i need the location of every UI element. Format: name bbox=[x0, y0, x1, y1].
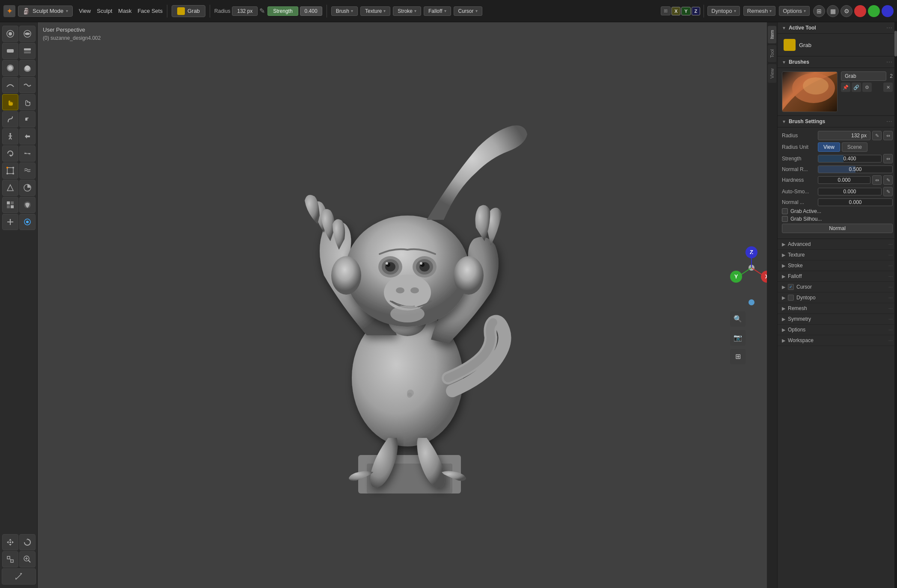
symmetry-section[interactable]: ▶ Symmetry ··· bbox=[778, 314, 897, 325]
radius-pen-btn[interactable]: ✎ bbox=[872, 131, 882, 140]
tool-thumb[interactable] bbox=[19, 111, 36, 127]
options-btn[interactable]: Options ▾ bbox=[779, 6, 810, 16]
brush-thumbnail[interactable] bbox=[782, 71, 838, 112]
advanced-section[interactable]: ▶ Advanced ··· bbox=[778, 239, 897, 250]
right-panel-scrollbar[interactable] bbox=[894, 22, 897, 588]
brush-dropdown[interactable]: Brush ▾ bbox=[331, 6, 358, 16]
options-section[interactable]: ▶ Options ··· bbox=[778, 325, 897, 335]
strength-value[interactable]: 0.400 bbox=[300, 6, 322, 16]
tool-pose[interactable] bbox=[2, 128, 18, 145]
menu-mask[interactable]: Mask bbox=[118, 8, 131, 14]
workspace-section[interactable]: ▶ Workspace ··· bbox=[778, 335, 897, 346]
grab-active-checkbox[interactable] bbox=[782, 208, 788, 214]
menu-sculpt[interactable]: Sculpt bbox=[97, 8, 112, 14]
remesh-section[interactable]: ▶ Remesh ··· bbox=[778, 303, 897, 314]
texture-section[interactable]: ▶ Texture ··· bbox=[778, 250, 897, 260]
brush-link-icon[interactable]: 🔗 bbox=[852, 83, 861, 92]
texture-dropdown[interactable]: Texture ▾ bbox=[360, 6, 390, 16]
x-constraint[interactable]: X bbox=[671, 7, 680, 15]
hardness-link-btn[interactable]: ⇔ bbox=[872, 175, 882, 185]
hardness-bar-container[interactable]: 0.000 bbox=[818, 176, 870, 184]
editor-type-icon[interactable]: ⊞ bbox=[813, 5, 825, 17]
stroke-section[interactable]: ▶ Stroke ··· bbox=[778, 260, 897, 271]
tool-nudge[interactable] bbox=[19, 128, 36, 145]
cursor-checkbox[interactable]: ✓ bbox=[788, 284, 794, 290]
viewport[interactable]: User Perspective (0) suzanne_design4.002 bbox=[38, 22, 777, 588]
tool-elastic-grab[interactable] bbox=[19, 94, 36, 110]
tool-draw[interactable] bbox=[2, 26, 18, 42]
zoom-to-cursor[interactable]: 🔍 bbox=[730, 311, 746, 327]
tool-rotate-view[interactable] bbox=[19, 534, 36, 550]
tool-snake-hook[interactable] bbox=[2, 111, 18, 127]
sculpt-mode-selector[interactable]: 🗿 Sculpt Mode ▾ bbox=[18, 6, 73, 17]
tool-blob[interactable] bbox=[19, 60, 36, 76]
normal-r-bar-container[interactable]: 0.500 bbox=[818, 165, 893, 173]
settings-icon[interactable]: ⚙ bbox=[841, 5, 852, 17]
tool-smooth[interactable] bbox=[19, 77, 36, 93]
grab-silhouette-checkbox[interactable] bbox=[782, 216, 788, 222]
strength-lock-btn[interactable]: ⇔ bbox=[883, 154, 893, 163]
falloff-dropdown[interactable]: Falloff ▾ bbox=[424, 6, 451, 16]
tool-inflate[interactable] bbox=[2, 60, 18, 76]
menu-view[interactable]: View bbox=[79, 8, 91, 14]
tool-clay[interactable] bbox=[2, 43, 18, 59]
tool-zoom[interactable] bbox=[19, 551, 36, 567]
remesh-btn[interactable]: Remesh ▾ bbox=[743, 6, 775, 16]
tool-slide-relax[interactable] bbox=[19, 145, 36, 162]
active-tool-section-header[interactable]: ▼ Active Tool ··· bbox=[778, 22, 897, 34]
cursor-section[interactable]: ▶ ✓ Cursor ··· bbox=[778, 282, 897, 293]
normal-mode-selector[interactable]: Normal bbox=[782, 224, 893, 233]
radius-prop-value[interactable]: 132 px bbox=[818, 131, 870, 140]
scrollbar-thumb[interactable] bbox=[894, 31, 897, 56]
tool-grab[interactable] bbox=[2, 94, 18, 110]
dyntopo-checkbox[interactable] bbox=[788, 295, 794, 301]
auto-smooth-pen-btn[interactable]: ✎ bbox=[883, 187, 893, 196]
auto-smooth-bar-container[interactable]: 0.000 bbox=[818, 188, 882, 195]
tool-transform[interactable] bbox=[2, 214, 18, 230]
tool-draw-sharp[interactable] bbox=[19, 26, 36, 42]
layout-icon[interactable]: ▦ bbox=[827, 5, 839, 17]
strength-bar[interactable]: 0.400 bbox=[818, 155, 882, 163]
tool-face-sets-filter[interactable] bbox=[19, 197, 36, 213]
radius-lock-btn[interactable]: ⇔ bbox=[883, 131, 893, 140]
radius-unit-view-btn[interactable]: View bbox=[818, 142, 840, 152]
orientation-gizmo[interactable]: Z X Y bbox=[730, 246, 773, 289]
hardness-bar[interactable]: 0.000 bbox=[818, 176, 870, 184]
tool-measure[interactable] bbox=[2, 568, 36, 585]
dyntopo-section[interactable]: ▶ Dyntopo ··· bbox=[778, 293, 897, 303]
radius-pen-icon[interactable]: ✎ bbox=[259, 7, 265, 15]
green-circle[interactable] bbox=[868, 5, 880, 17]
tool-mesh-filter[interactable] bbox=[2, 197, 18, 213]
normal-bar-container[interactable]: 0.000 bbox=[818, 198, 893, 206]
blue-circle[interactable] bbox=[882, 5, 894, 17]
tool-cloth[interactable] bbox=[19, 163, 36, 179]
vtab-view[interactable]: View bbox=[768, 64, 776, 83]
camera-view[interactable]: 📷 bbox=[730, 330, 746, 346]
y-axis-gizmo[interactable]: Y bbox=[730, 271, 742, 283]
menu-face-sets[interactable]: Face Sets bbox=[137, 8, 163, 14]
brush-close-icon[interactable]: ✕ bbox=[883, 83, 893, 92]
red-circle[interactable] bbox=[854, 5, 866, 17]
tool-simplify[interactable] bbox=[2, 180, 18, 196]
tool-boundary[interactable] bbox=[2, 163, 18, 179]
tool-clay-strips[interactable] bbox=[19, 43, 36, 59]
falloff-section[interactable]: ▶ Falloff ··· bbox=[778, 271, 897, 282]
auto-smooth-bar[interactable]: 0.000 bbox=[818, 188, 882, 195]
brush-settings-section-header[interactable]: ▼ Brush Settings ··· bbox=[778, 116, 897, 127]
normal-bar[interactable]: 0.000 bbox=[818, 198, 893, 206]
normal-r-bar[interactable]: 0.500 bbox=[818, 165, 893, 173]
vtab-item[interactable]: Item bbox=[768, 26, 776, 43]
tool-move[interactable] bbox=[2, 534, 18, 550]
tool-rotate[interactable] bbox=[2, 145, 18, 162]
brush-settings-icon[interactable]: ⚙ bbox=[862, 83, 872, 92]
radius-input[interactable]: 132 px bbox=[232, 6, 258, 16]
brushes-section-header[interactable]: ▼ Brushes ··· bbox=[778, 56, 897, 68]
cursor-dropdown[interactable]: Cursor ▾ bbox=[454, 6, 482, 16]
strength-bar-container[interactable]: 0.400 bbox=[818, 155, 882, 163]
constraint-toggle[interactable]: ⊞ bbox=[661, 6, 671, 15]
stroke-dropdown[interactable]: Stroke ▾ bbox=[393, 6, 421, 16]
blender-icon[interactable]: ✦ bbox=[3, 5, 15, 17]
tool-mask[interactable] bbox=[19, 180, 36, 196]
strength-btn[interactable]: Strength bbox=[267, 6, 298, 16]
brush-pin-icon[interactable]: 📌 bbox=[841, 83, 850, 92]
